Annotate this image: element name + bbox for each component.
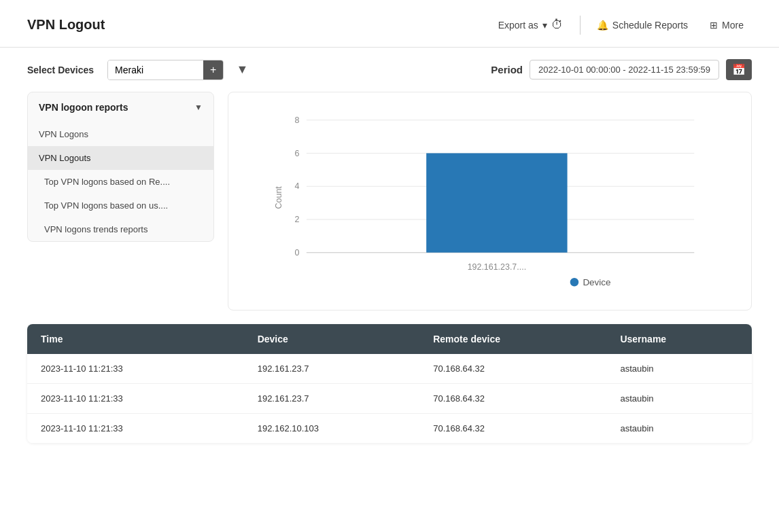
- chart-area: 8 6 4 2 0 Count 192.161.23.7.... Devi: [228, 92, 752, 311]
- cell-time: 2023-11-10 11:21:33: [27, 414, 244, 444]
- col-username: Username: [606, 324, 752, 354]
- sidebar-header[interactable]: VPN logoon reports ▼: [28, 92, 213, 122]
- bar-chart: 8 6 4 2 0 Count 192.161.23.7.... Devi: [242, 106, 738, 296]
- svg-point-13: [570, 278, 578, 286]
- svg-text:6: 6: [295, 149, 300, 158]
- page-title: VPN Logout: [27, 17, 105, 33]
- data-table: Time Device Remote device Username 2023-…: [27, 324, 752, 443]
- header-actions: Export as ▾ ⏱ 🔔 Schedule Reports ⊞ More: [490, 14, 752, 36]
- calendar-button[interactable]: 📅: [726, 59, 752, 80]
- filter-button[interactable]: ▼: [232, 58, 252, 81]
- sidebar: VPN logoon reports ▼ VPN Logons VPN Logo…: [27, 92, 214, 242]
- period-label: Period: [491, 64, 523, 75]
- sidebar-item-trends[interactable]: VPN logons trends reports: [28, 217, 213, 241]
- period-section: Period 2022-10-01 00:00:00 - 2022-11-15 …: [491, 59, 752, 80]
- sidebar-item-top-re[interactable]: Top VPN logons based on Re....: [28, 170, 213, 194]
- schedule-reports-label: Schedule Reports: [612, 20, 688, 31]
- table-row: 2023-11-10 11:21:33192.161.23.770.168.64…: [27, 354, 752, 384]
- cell-time: 2023-11-10 11:21:33: [27, 384, 244, 414]
- svg-text:Count: Count: [274, 186, 283, 209]
- svg-text:192.161.23.7....: 192.161.23.7....: [468, 262, 526, 272]
- col-device: Device: [244, 324, 420, 354]
- period-value: 2022-10-01 00:00:00 - 2022-11-15 23:59:5…: [530, 60, 719, 79]
- schedule-reports-button[interactable]: 🔔 Schedule Reports: [589, 16, 696, 35]
- table-row: 2023-11-10 11:21:33192.161.23.770.168.64…: [27, 384, 752, 414]
- header-divider: [580, 16, 581, 35]
- svg-text:8: 8: [295, 116, 300, 125]
- calendar-icon: 📅: [732, 64, 746, 75]
- sidebar-header-label: VPN logoon reports: [39, 102, 128, 113]
- more-icon: ⊞: [710, 20, 718, 31]
- table-header-row: Time Device Remote device Username: [27, 324, 752, 354]
- main-content: VPN logoon reports ▼ VPN Logons VPN Logo…: [0, 92, 779, 324]
- chart-container: 8 6 4 2 0 Count 192.161.23.7.... Devi: [242, 106, 738, 296]
- table-section: Time Device Remote device Username 2023-…: [0, 324, 779, 470]
- cell-device: 192.161.23.7: [244, 354, 420, 384]
- export-label: Export as: [498, 20, 538, 31]
- cell-username: astaubin: [606, 384, 752, 414]
- svg-text:Device: Device: [583, 277, 610, 287]
- cell-username: astaubin: [606, 354, 752, 384]
- svg-text:2: 2: [295, 215, 300, 224]
- alarm-icon: 🔔: [597, 20, 608, 31]
- svg-text:0: 0: [295, 248, 300, 258]
- cell-remote_device: 70.168.64.32: [419, 354, 606, 384]
- table-body: 2023-11-10 11:21:33192.161.23.770.168.64…: [27, 354, 752, 443]
- cell-device: 192.161.23.7: [244, 384, 420, 414]
- sidebar-item-top-us[interactable]: Top VPN logons based on us....: [28, 194, 213, 217]
- cell-device: 192.162.10.103: [244, 414, 420, 444]
- table-header: Time Device Remote device Username: [27, 324, 752, 354]
- more-button[interactable]: ⊞ More: [702, 16, 752, 35]
- header: VPN Logout Export as ▾ ⏱ 🔔 Schedule Repo…: [0, 0, 779, 48]
- svg-text:4: 4: [295, 181, 300, 191]
- toolbar: Select Devices + ▼ Period 2022-10-01 00:…: [0, 48, 779, 92]
- chart-bar: [426, 153, 567, 252]
- more-label: More: [722, 20, 744, 31]
- cell-time: 2023-11-10 11:21:33: [27, 354, 244, 384]
- cell-username: astaubin: [606, 414, 752, 444]
- chevron-down-icon: ▾: [542, 20, 547, 31]
- table-row: 2023-11-10 11:21:33192.162.10.10370.168.…: [27, 414, 752, 444]
- cell-remote_device: 70.168.64.32: [419, 384, 606, 414]
- sidebar-item-vpn-logouts[interactable]: VPN Logouts: [28, 146, 213, 170]
- device-select-wrapper: +: [107, 60, 224, 80]
- device-select-input[interactable]: [108, 60, 203, 79]
- filter-icon: ▼: [236, 63, 248, 76]
- sidebar-item-vpn-logons[interactable]: VPN Logons: [28, 122, 213, 146]
- device-add-button[interactable]: +: [203, 60, 223, 79]
- select-devices-label: Select Devices: [27, 65, 94, 75]
- col-time: Time: [27, 324, 244, 354]
- export-icon: ⏱: [551, 18, 564, 32]
- export-button[interactable]: Export as ▾ ⏱: [490, 14, 572, 36]
- cell-remote_device: 70.168.64.32: [419, 414, 606, 444]
- sidebar-chevron-icon: ▼: [194, 103, 203, 112]
- col-remote-device: Remote device: [419, 324, 606, 354]
